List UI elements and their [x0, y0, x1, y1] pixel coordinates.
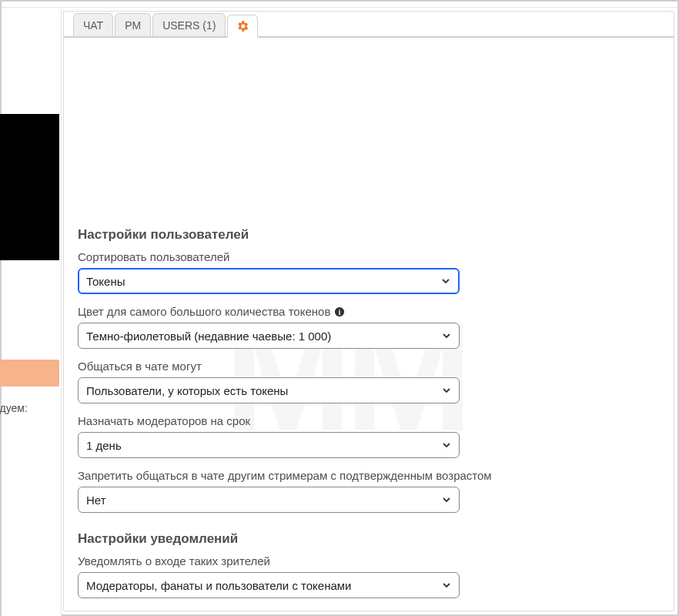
sort-users-label: Сортировать пользователей	[78, 250, 660, 263]
chevron-down-icon	[442, 331, 451, 340]
notify-enter-label: Уведомлять о входе таких зрителей	[78, 554, 660, 567]
gear-icon	[236, 19, 249, 33]
mod-duration-select[interactable]: 1 день	[78, 432, 460, 458]
mod-duration-label: Назначать модераторов на срок	[78, 414, 660, 427]
status-banner	[0, 360, 59, 387]
chevron-down-icon	[441, 276, 450, 286]
notifications-heading: Настройки уведомлений	[78, 531, 660, 547]
section-notifications: Настройки уведомлений Уведомлять о входе…	[78, 531, 660, 611]
settings-content[interactable]: MM Настройки пользователей Сортировать п…	[64, 39, 674, 611]
notify-leave-label: Уведомлять о выходе таких зрителей	[78, 609, 660, 611]
sort-users-value: Токены	[86, 275, 125, 288]
tab-settings[interactable]	[227, 15, 258, 38]
settings-panel: ЧАТ PM USERS (1) MM Настройки пользовате…	[63, 11, 674, 611]
restrict-streamers-value: Нет	[86, 494, 106, 507]
restrict-streamers-select[interactable]: Нет	[78, 487, 460, 513]
chat-allowed-label: Общаться в чате могут	[78, 360, 660, 373]
color-tokens-select[interactable]: Темно-фиолетовый (недавние чаевые: 1 000…	[78, 323, 460, 349]
tab-users[interactable]: USERS (1)	[152, 13, 226, 36]
restrict-streamers-label: Запретить общаться в чате другим стример…	[78, 469, 660, 482]
section-user-settings: Настройки пользователей Сортировать поль…	[78, 227, 660, 513]
chevron-down-icon	[442, 386, 451, 395]
chevron-down-icon	[442, 495, 451, 504]
tab-chat[interactable]: ЧАТ	[73, 13, 113, 36]
color-tokens-value: Темно-фиолетовый (недавние чаевые: 1 000…	[86, 330, 331, 343]
mod-duration-value: 1 день	[86, 439, 122, 452]
chat-allowed-value: Пользователи, у которых есть токены	[86, 384, 288, 397]
chevron-down-icon	[442, 581, 451, 590]
svg-text:i: i	[339, 307, 341, 316]
top-divider	[2, 2, 677, 8]
sort-users-select[interactable]: Токены	[78, 268, 460, 294]
chevron-down-icon	[442, 440, 451, 450]
video-preview-placeholder	[0, 114, 59, 260]
left-sidebar: ендуем:	[2, 9, 62, 616]
chat-allowed-select[interactable]: Пользователи, у которых есть токены	[78, 377, 460, 403]
recommend-label: ендуем:	[0, 402, 59, 414]
tab-pm[interactable]: PM	[115, 13, 151, 36]
user-settings-heading: Настройки пользователей	[78, 227, 660, 243]
notify-enter-select[interactable]: Модераторы, фанаты и пользователи с токе…	[78, 572, 460, 598]
tab-bar: ЧАТ PM USERS (1)	[64, 12, 674, 38]
info-icon[interactable]: i	[334, 306, 345, 317]
notify-enter-value: Модераторы, фанаты и пользователи с токе…	[86, 579, 352, 592]
window-frame: ендуем: ЧАТ PM USERS (1) MM Настройки по…	[0, 0, 679, 616]
color-tokens-label: Цвет для самого большого количества токе…	[78, 305, 660, 318]
